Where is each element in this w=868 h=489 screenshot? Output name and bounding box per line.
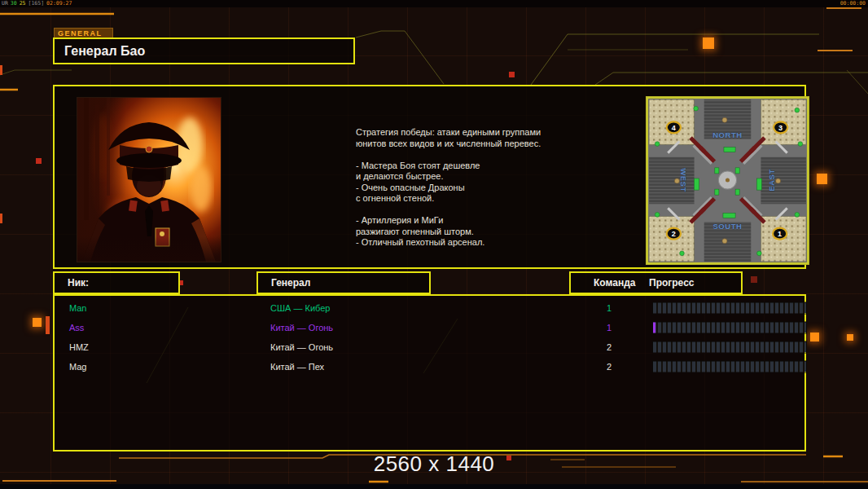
player-team: 1 xyxy=(598,303,620,313)
minimap: NORTH SOUTH WEST EAST 4 3 2 1 xyxy=(646,96,809,265)
header-nick-label: Ник: xyxy=(68,277,89,289)
hud-stats: UR3025[165]02:09:27 xyxy=(2,0,74,7)
player-general: США — Кибер xyxy=(270,303,330,313)
player-row: HMZ Китай — Огонь 2 xyxy=(55,337,804,357)
deco-red-square xyxy=(36,158,42,164)
player-general: Китай — Пех xyxy=(270,362,324,372)
player-progress-bar xyxy=(653,303,806,314)
header-general: Генерал xyxy=(256,271,431,294)
deco-orange-square xyxy=(703,37,714,49)
header-progress-label: Прогресс xyxy=(649,277,694,289)
deco-orange-square xyxy=(847,334,853,341)
deco-red-square xyxy=(751,276,757,283)
player-nick: Mag xyxy=(69,362,86,372)
player-general: Китай — Огонь xyxy=(270,323,333,333)
player-row: Ass Китай — Огонь 1 xyxy=(55,318,804,337)
loading-screen: UR3025[165]02:09:27 00:00:00 GENERAL Ген… xyxy=(0,0,868,489)
header-team-label: Команда xyxy=(594,277,635,289)
deco-edge-bar xyxy=(0,65,2,75)
player-nick: Ass xyxy=(69,323,84,333)
player-team: 1 xyxy=(598,323,620,333)
deco-orange-square xyxy=(33,318,42,327)
header-team-progress: Команда Прогресс xyxy=(569,271,743,294)
spawn-number: 4 xyxy=(672,124,676,132)
player-progress-bar xyxy=(653,342,806,353)
hud-bar: UR3025[165]02:09:27 00:00:00 xyxy=(0,0,868,7)
spawn-number: 2 xyxy=(672,230,676,238)
deco-edge-bar xyxy=(0,214,2,223)
briefing-text: Стратегия победы: атаки едиными группами… xyxy=(356,127,633,249)
general-portrait xyxy=(77,97,221,262)
player-general: Китай — Огонь xyxy=(270,342,333,352)
resolution-label: 2560 x 1440 xyxy=(0,452,868,477)
player-row: Man США — Кибер 1 xyxy=(55,298,804,318)
deco-orange-square xyxy=(817,174,827,184)
spawn-number: 1 xyxy=(778,230,782,238)
title-box: Генерал Бао xyxy=(53,37,355,64)
map-label-east: EAST xyxy=(767,169,776,192)
player-progress-bar xyxy=(653,323,806,333)
general-info-panel: Стратегия победы: атаки едиными группами… xyxy=(53,85,806,269)
map-label-north: NORTH xyxy=(712,130,743,139)
hud-clock: 00:00:00 xyxy=(840,0,866,7)
deco-orange-square xyxy=(810,333,819,341)
header-general-label: Генерал xyxy=(271,277,310,289)
deco-red-square xyxy=(509,72,515,77)
bottom-bar xyxy=(0,484,868,489)
player-nick: HMZ xyxy=(69,342,89,352)
page-title: Генерал Бао xyxy=(64,44,145,59)
deco-edge-bar xyxy=(46,316,50,334)
player-team: 2 xyxy=(598,362,620,372)
player-row: Mag Китай — Пех 2 xyxy=(55,357,804,377)
header-nick: Ник: xyxy=(53,271,180,294)
player-nick: Man xyxy=(69,303,86,313)
player-team: 2 xyxy=(598,342,620,352)
spawn-number: 3 xyxy=(778,124,783,132)
players-table: Man США — Кибер 1 Ass Китай — Огонь 1 HM… xyxy=(53,294,806,452)
player-progress-bar xyxy=(653,362,806,372)
map-label-west: WEST xyxy=(679,168,688,192)
map-label-south: SOUTH xyxy=(712,222,742,231)
